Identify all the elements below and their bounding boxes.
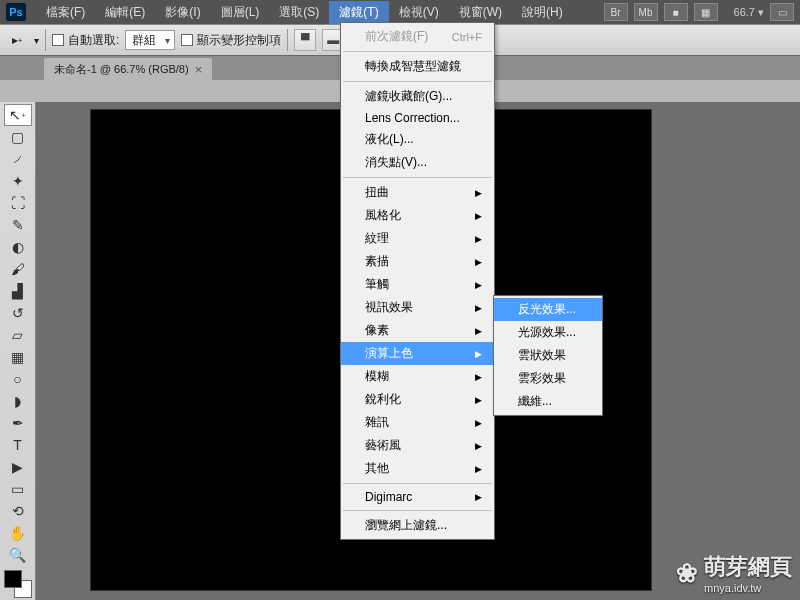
clone-stamp-tool[interactable]: ▟	[4, 280, 32, 302]
lasso-tool[interactable]: ⟋	[4, 148, 32, 170]
menu-digimarc[interactable]: Digimarc▶	[341, 487, 494, 507]
history-brush-tool[interactable]: ↺	[4, 302, 32, 324]
chevron-down-icon: ▾	[758, 6, 764, 18]
color-swatches[interactable]	[4, 570, 32, 598]
submenu-lighting-effects[interactable]: 光源效果...	[494, 321, 602, 344]
move-tool-icon: ▸+	[6, 29, 28, 51]
separator	[343, 510, 492, 511]
bridge-button[interactable]: Br	[604, 3, 628, 21]
watermark-text: 萌芽網頁	[704, 554, 792, 579]
menu-select[interactable]: 選取(S)	[269, 1, 329, 24]
menu-pixelate[interactable]: 像素▶	[341, 319, 494, 342]
align-top-icon[interactable]: ▀	[294, 29, 316, 51]
menu-brush-strokes[interactable]: 筆觸▶	[341, 273, 494, 296]
menu-render[interactable]: 演算上色▶	[341, 342, 494, 365]
type-tool[interactable]: T	[4, 434, 32, 456]
menu-texture[interactable]: 紋理▶	[341, 227, 494, 250]
divider	[287, 29, 288, 51]
eyedropper-tool[interactable]: ✎	[4, 214, 32, 236]
toolbox: ↖+ ▢ ⟋ ✦ ⛶ ✎ ◐ 🖌 ▟ ↺ ▱ ▦ ○ ◗ ✒ T ▶ ▭ ⟲ ✋…	[0, 102, 36, 600]
chevron-right-icon: ▶	[475, 395, 482, 405]
separator	[343, 81, 492, 82]
separator	[343, 483, 492, 484]
3d-tool[interactable]: ⟲	[4, 500, 32, 522]
watermark: ❀ 萌芽網頁 mnya.idv.tw	[676, 552, 792, 594]
marquee-tool[interactable]: ▢	[4, 126, 32, 148]
menu-lens-correction[interactable]: Lens Correction...	[341, 108, 494, 128]
submenu-difference-clouds[interactable]: 雲彩效果	[494, 367, 602, 390]
hand-tool[interactable]: ✋	[4, 522, 32, 544]
chevron-right-icon: ▶	[475, 280, 482, 290]
menu-liquify[interactable]: 液化(L)...	[341, 128, 494, 151]
menu-stylize[interactable]: 風格化▶	[341, 204, 494, 227]
menu-filter[interactable]: 濾鏡(T)	[329, 1, 388, 24]
menu-image[interactable]: 影像(I)	[155, 1, 210, 24]
zoom-tool[interactable]: 🔍	[4, 544, 32, 566]
close-icon[interactable]: ×	[195, 62, 203, 77]
chevron-right-icon: ▶	[475, 326, 482, 336]
separator	[343, 177, 492, 178]
menu-view[interactable]: 檢視(V)	[389, 1, 449, 24]
menu-distort[interactable]: 扭曲▶	[341, 181, 494, 204]
render-submenu: 反光效果... 光源效果... 雲狀效果 雲彩效果 纖維...	[493, 295, 603, 416]
menu-sharpen[interactable]: 銳利化▶	[341, 388, 494, 411]
menu-sketch[interactable]: 素描▶	[341, 250, 494, 273]
menu-edit[interactable]: 編輯(E)	[95, 1, 155, 24]
document-title: 未命名-1 @ 66.7% (RGB/8)	[54, 62, 189, 77]
menu-file[interactable]: 檔案(F)	[36, 1, 95, 24]
menu-video[interactable]: 視訊效果▶	[341, 296, 494, 319]
crop-tool[interactable]: ⛶	[4, 192, 32, 214]
menu-browse-online-filters[interactable]: 瀏覽網上濾鏡...	[341, 514, 494, 537]
menu-vanishing-point[interactable]: 消失點(V)...	[341, 151, 494, 174]
frame-button[interactable]: ▭	[770, 3, 794, 21]
watermark-url: mnya.idv.tw	[704, 582, 792, 594]
filter-dropdown: 前次濾鏡(F)Ctrl+F 轉換成智慧型濾鏡 濾鏡收藏館(G)... Lens …	[340, 22, 495, 540]
auto-select-checkbox[interactable]: 自動選取:	[52, 32, 119, 49]
healing-brush-tool[interactable]: ◐	[4, 236, 32, 258]
menu-help[interactable]: 說明(H)	[512, 1, 573, 24]
brush-tool[interactable]: 🖌	[4, 258, 32, 280]
dodge-tool[interactable]: ◗	[4, 390, 32, 412]
zoom-level[interactable]: 66.7 ▾	[734, 6, 764, 19]
gradient-tool[interactable]: ▦	[4, 346, 32, 368]
screenmode-button[interactable]: ■	[664, 3, 688, 21]
menu-layer[interactable]: 圖層(L)	[211, 1, 270, 24]
title-bar: Ps 檔案(F) 編輯(E) 影像(I) 圖層(L) 選取(S) 濾鏡(T) 檢…	[0, 0, 800, 24]
chevron-right-icon: ▶	[475, 464, 482, 474]
tree-icon: ❀	[676, 558, 698, 589]
submenu-clouds[interactable]: 雲狀效果	[494, 344, 602, 367]
minibridge-button[interactable]: Mb	[634, 3, 658, 21]
titlebar-right: Br Mb ■ ▦ 66.7 ▾ ▭	[604, 3, 794, 21]
menu-filter-gallery[interactable]: 濾鏡收藏館(G)...	[341, 85, 494, 108]
menu-convert-smart-filters[interactable]: 轉換成智慧型濾鏡	[341, 55, 494, 78]
menu-artistic[interactable]: 藝術風▶	[341, 434, 494, 457]
blur-tool[interactable]: ○	[4, 368, 32, 390]
chevron-right-icon: ▶	[475, 418, 482, 428]
menu-window[interactable]: 視窗(W)	[449, 1, 512, 24]
eraser-tool[interactable]: ▱	[4, 324, 32, 346]
separator	[343, 51, 492, 52]
document-tab[interactable]: 未命名-1 @ 66.7% (RGB/8) ×	[44, 58, 212, 80]
move-tool[interactable]: ↖+	[4, 104, 32, 126]
submenu-fibers[interactable]: 纖維...	[494, 390, 602, 413]
chevron-right-icon: ▶	[475, 441, 482, 451]
menu-blur[interactable]: 模糊▶	[341, 365, 494, 388]
chevron-right-icon: ▶	[475, 188, 482, 198]
chevron-right-icon: ▶	[475, 211, 482, 221]
menu-noise[interactable]: 雜訊▶	[341, 411, 494, 434]
chevron-right-icon: ▶	[475, 303, 482, 313]
arrangement-button[interactable]: ▦	[694, 3, 718, 21]
chevron-right-icon: ▶	[475, 372, 482, 382]
shape-tool[interactable]: ▭	[4, 478, 32, 500]
show-transform-checkbox[interactable]: 顯示變形控制項	[181, 32, 281, 49]
foreground-color-swatch[interactable]	[4, 570, 22, 588]
chevron-right-icon: ▶	[475, 349, 482, 359]
chevron-right-icon: ▶	[475, 257, 482, 267]
submenu-lens-flare[interactable]: 反光效果...	[494, 298, 602, 321]
auto-select-dropdown[interactable]: 群組	[125, 30, 175, 50]
magic-wand-tool[interactable]: ✦	[4, 170, 32, 192]
pen-tool[interactable]: ✒	[4, 412, 32, 434]
chevron-right-icon: ▶	[475, 234, 482, 244]
menu-other[interactable]: 其他▶	[341, 457, 494, 480]
path-selection-tool[interactable]: ▶	[4, 456, 32, 478]
